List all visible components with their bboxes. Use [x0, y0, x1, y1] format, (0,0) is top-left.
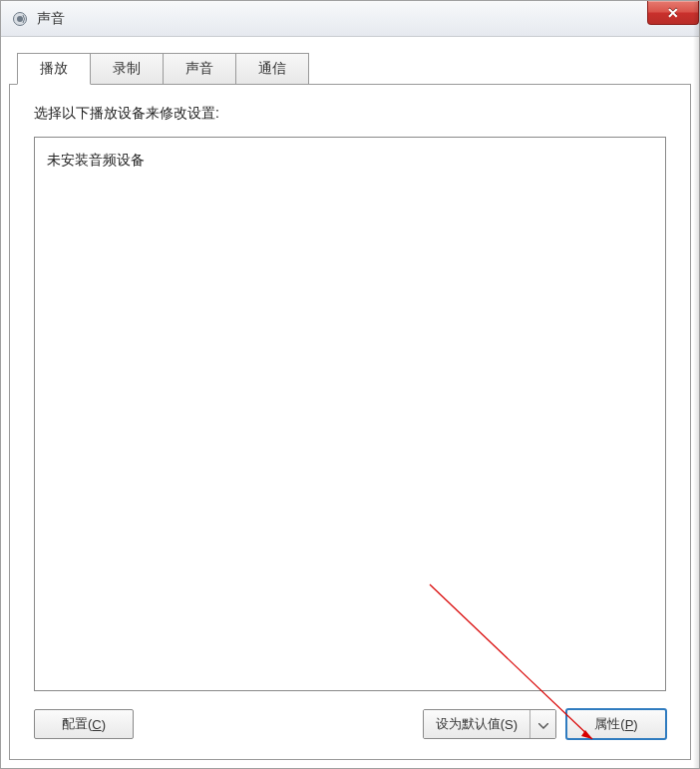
speaker-icon	[11, 10, 29, 28]
instruction-text: 选择以下播放设备来修改设置:	[34, 105, 666, 123]
tab-label: 声音	[185, 60, 213, 76]
btn-text: )	[514, 717, 518, 732]
tab-label: 通信	[258, 60, 286, 76]
configure-button[interactable]: 配置(C)	[34, 709, 134, 739]
btn-text: )	[633, 717, 637, 732]
tab-sounds[interactable]: 声音	[164, 53, 236, 85]
no-device-message: 未安装音频设备	[47, 152, 653, 170]
sound-dialog: 声音 ✕ 播放 录制 声音 通信 选择以下播放设备来修改设置: 未安装音频设备 …	[0, 0, 700, 769]
svg-point-1	[17, 16, 23, 22]
content-area: 播放 录制 声音 通信 选择以下播放设备来修改设置: 未安装音频设备 配置(C)…	[1, 37, 699, 768]
btn-accel: P	[625, 717, 634, 732]
tab-label: 播放	[40, 60, 68, 76]
btn-text: )	[102, 717, 106, 732]
chevron-down-icon	[538, 717, 548, 732]
tab-label: 录制	[113, 60, 141, 76]
btn-accel: S	[505, 717, 514, 732]
close-icon: ✕	[667, 5, 679, 21]
tabs: 播放 录制 声音 通信	[1, 37, 699, 85]
set-default-main[interactable]: 设为默认值(S)	[424, 710, 529, 738]
btn-accel: C	[92, 717, 101, 732]
playback-panel: 选择以下播放设备来修改设置: 未安装音频设备 配置(C) 设为默认值(S)	[9, 84, 691, 760]
titlebar[interactable]: 声音 ✕	[1, 1, 699, 37]
btn-text: 属性(	[594, 715, 624, 733]
close-button[interactable]: ✕	[647, 1, 699, 25]
tab-communications[interactable]: 通信	[236, 53, 309, 85]
tab-playback[interactable]: 播放	[17, 53, 91, 85]
set-default-dropdown[interactable]	[529, 710, 555, 738]
btn-text: 设为默认值(	[436, 715, 505, 733]
window-title: 声音	[37, 10, 65, 28]
button-row: 配置(C) 设为默认值(S) 属性(P)	[34, 691, 666, 739]
properties-button[interactable]: 属性(P)	[566, 709, 666, 739]
btn-text: 配置(	[62, 715, 92, 733]
device-list[interactable]: 未安装音频设备	[34, 137, 666, 691]
set-default-button[interactable]: 设为默认值(S)	[423, 709, 556, 739]
tab-recording[interactable]: 录制	[91, 53, 164, 85]
